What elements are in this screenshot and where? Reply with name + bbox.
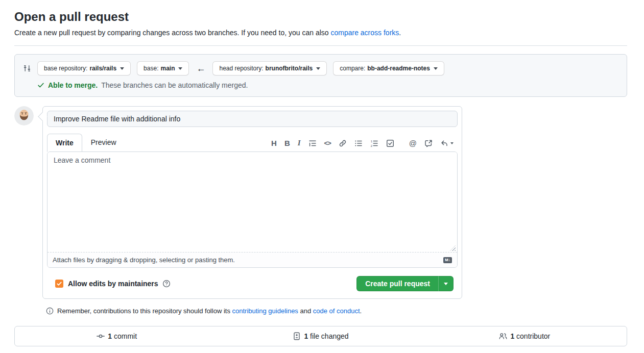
pull-request-form-card: Write Preview H B I <>: [42, 106, 462, 299]
ordered-list-icon[interactable]: 12: [370, 139, 378, 147]
compare-branch-value: bb-add-readme-notes: [367, 65, 430, 72]
compare-across-forks-link[interactable]: compare across forks: [330, 29, 399, 37]
pr-title-input[interactable]: [47, 111, 458, 127]
commits-count: 1: [108, 332, 112, 340]
bold-icon[interactable]: B: [284, 139, 290, 147]
commits-summary[interactable]: 1 commit: [15, 332, 219, 340]
markdown-toolbar: H B I <> 12: [271, 139, 458, 152]
arrow-left-icon: ←: [196, 63, 205, 74]
tasklist-icon[interactable]: [386, 139, 394, 147]
attach-files-hint: Attach files by dragging & dropping, sel…: [53, 256, 235, 264]
pull-request-form-row: Write Preview H B I <>: [14, 106, 627, 299]
svg-text:2: 2: [371, 144, 373, 147]
base-branch-dropdown[interactable]: base: main: [137, 61, 189, 75]
base-repository-value: rails/rails: [89, 65, 116, 72]
branch-selector-row: base repository: rails/rails base: main …: [23, 61, 618, 75]
git-compare-icon: [23, 64, 31, 72]
markdown-icon: M↓: [443, 257, 452, 263]
base-repository-label: base repository:: [44, 65, 87, 72]
editor-tabbar: Write Preview H B I <>: [47, 131, 458, 152]
comparison-summary-bar: 1 commit 1 file changed 1 contributor: [14, 326, 627, 346]
comment-textarea[interactable]: [47, 152, 457, 252]
commit-icon: [97, 332, 105, 340]
avatar: [14, 106, 34, 125]
note-before: Remember, contributions to this reposito…: [57, 307, 232, 315]
chevron-down-icon: [450, 142, 454, 144]
italic-icon[interactable]: I: [298, 139, 301, 147]
unordered-list-icon[interactable]: [354, 139, 363, 147]
chevron-down-icon: [316, 67, 320, 70]
merge-status-title: Able to merge.: [48, 81, 98, 89]
subtitle-period: .: [399, 29, 401, 37]
code-of-conduct-link[interactable]: code of conduct: [313, 307, 360, 315]
base-branch-label: base:: [144, 65, 158, 72]
head-repository-dropdown[interactable]: head repository: brunofbrito/rails: [212, 61, 327, 75]
head-repository-value: brunofbrito/rails: [266, 65, 313, 72]
page-subtitle: Create a new pull request by comparing c…: [14, 28, 627, 38]
mention-icon[interactable]: @: [409, 139, 417, 147]
svg-text:1: 1: [371, 139, 373, 142]
header-divider: [14, 45, 627, 46]
note-after: .: [360, 307, 362, 315]
files-changed-summary[interactable]: 1 file changed: [219, 332, 422, 340]
chevron-down-icon: [434, 67, 438, 70]
chevron-down-icon: [444, 283, 448, 285]
merge-status-detail: These branches can be automatically merg…: [101, 81, 248, 89]
contributors-count: 1: [510, 332, 514, 340]
link-icon[interactable]: [339, 139, 347, 147]
contribution-note-text: Remember, contributions to this reposito…: [57, 307, 362, 315]
file-diff-icon: [293, 332, 301, 340]
contributors-label: contributor: [516, 332, 550, 340]
files-count: 1: [304, 332, 308, 340]
chevron-down-icon: [178, 67, 182, 70]
question-icon[interactable]: [162, 280, 171, 288]
tab-write[interactable]: Write: [47, 134, 82, 152]
note-middle: and: [298, 307, 313, 315]
allow-edits-label: Allow edits by maintainers: [68, 280, 158, 288]
base-repository-dropdown[interactable]: base repository: rails/rails: [37, 61, 131, 75]
comment-editor: Attach files by dragging & dropping, sel…: [47, 152, 458, 268]
code-icon[interactable]: <>: [324, 139, 331, 147]
cross-reference-icon[interactable]: [424, 139, 433, 147]
form-actions-row: Allow edits by maintainers Create pull r…: [55, 276, 454, 291]
page-title: Open a pull request: [14, 9, 627, 24]
chevron-down-icon: [120, 67, 124, 70]
create-pull-request-button[interactable]: Create pull request: [356, 276, 438, 291]
create-pr-button-group: Create pull request: [356, 276, 454, 291]
create-pr-options-button[interactable]: [438, 276, 454, 291]
allow-edits-checkbox[interactable]: [55, 280, 63, 288]
attach-files-bar[interactable]: Attach files by dragging & dropping, sel…: [47, 252, 457, 267]
open-pull-request-page: Open a pull request Create a new pull re…: [0, 0, 644, 346]
contribution-note: Remember, contributions to this reposito…: [46, 307, 627, 315]
base-branch-value: main: [160, 65, 175, 72]
subtitle-text: Create a new pull request by comparing c…: [14, 29, 330, 37]
heading-icon[interactable]: H: [271, 139, 277, 147]
files-label: file changed: [310, 332, 349, 340]
head-repository-label: head repository:: [219, 65, 263, 72]
commits-label: commit: [114, 332, 137, 340]
tab-preview[interactable]: Preview: [82, 133, 125, 152]
compare-branch-label: compare:: [340, 65, 365, 72]
quote-icon[interactable]: [308, 139, 317, 147]
branch-compare-box: base repository: rails/rails base: main …: [14, 54, 627, 97]
people-icon: [499, 332, 507, 340]
merge-status: Able to merge. These branches can be aut…: [37, 81, 618, 89]
compare-branch-dropdown[interactable]: compare: bb-add-readme-notes: [333, 61, 444, 75]
check-icon: [37, 82, 44, 89]
saved-replies-icon[interactable]: [440, 139, 454, 147]
info-icon: [46, 307, 54, 315]
contributors-summary[interactable]: 1 contributor: [423, 332, 627, 340]
contributing-guidelines-link[interactable]: contributing guidelines: [232, 307, 298, 315]
